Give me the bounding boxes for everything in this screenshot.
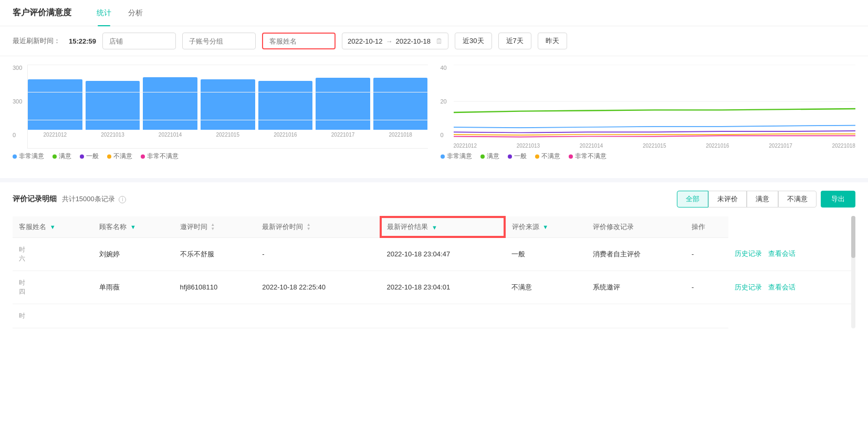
bar-y-max: 300 xyxy=(13,65,27,71)
td-customer-name-2: hfj86108110 xyxy=(174,271,256,304)
line-legend-dot-neutral xyxy=(508,154,512,159)
bar-label-1: 20221013 xyxy=(101,132,124,138)
action-history-2[interactable]: 历史记录 xyxy=(735,283,762,291)
th-invite-time-label: 邀评时间 xyxy=(180,223,207,231)
bar-label-6: 20221018 xyxy=(389,132,412,138)
quick-date-30-button[interactable]: 近30天 xyxy=(455,33,491,49)
export-button[interactable]: 导出 xyxy=(821,191,855,208)
bar-4 xyxy=(258,81,313,130)
bar-col-5: 20221017 xyxy=(316,78,370,138)
bar-col-2: 20221014 xyxy=(143,77,197,138)
line-legend-dot-unsatisfied xyxy=(535,154,539,159)
action-history-1[interactable]: 历史记录 xyxy=(735,250,762,257)
table-count: 共计15000条记录 xyxy=(62,195,115,203)
bar-label-5: 20221017 xyxy=(331,132,355,138)
calendar-icon: 🗓 xyxy=(436,37,443,45)
th-eval-result-filter-icon[interactable]: ▼ xyxy=(432,224,437,231)
line-legend-label-neutral: 一般 xyxy=(514,152,527,161)
th-invite-time: 邀评时间 ▲ ▼ xyxy=(174,216,256,237)
th-eval-source-label: 评价来源 xyxy=(512,223,539,231)
th-eval-time-sort-icon[interactable]: ▲ ▼ xyxy=(307,223,311,231)
th-eval-source: 评价来源 ▼ xyxy=(505,216,587,237)
table-title: 评价记录明细 xyxy=(13,194,57,203)
filter-satisfied-button[interactable]: 满意 xyxy=(747,191,778,208)
quick-date-7-button[interactable]: 近7天 xyxy=(498,33,531,49)
td-latest-eval-time-2: 2022-10-18 23:04:01 xyxy=(380,271,505,304)
bar-0 xyxy=(28,79,82,130)
bar-chart-wrapper: 300 300 0 20221012 xyxy=(13,65,428,149)
line-legend-neutral: 一般 xyxy=(508,152,527,161)
line-legend-label-unsatisfied: 不满意 xyxy=(541,152,560,161)
td-eval-source-2: 系统邀评 xyxy=(587,271,685,304)
legend-very-unsatisfied: 非常不满意 xyxy=(141,152,179,161)
agent-name-filter-input[interactable] xyxy=(262,33,336,49)
bar-col-3: 20221015 xyxy=(201,79,255,138)
date-range-picker[interactable]: 2022-10-12 → 2022-10-18 🗓 xyxy=(342,33,448,49)
sub-account-filter-input[interactable] xyxy=(182,33,256,49)
tab-analysis[interactable]: 分析 xyxy=(120,0,151,26)
line-legend-very-satisfied: 非常满意 xyxy=(441,152,472,161)
table-row: 时四 单雨薇 hfj86108110 2022-10-18 22:25:40 2… xyxy=(13,271,855,304)
legend-unsatisfied: 不满意 xyxy=(107,152,132,161)
td-latest-eval-result-2: 不满意 xyxy=(505,271,587,304)
th-customer-name-label: 顾客名称 xyxy=(99,223,127,231)
date-arrow: → xyxy=(386,37,393,45)
info-icon[interactable]: i xyxy=(119,196,126,203)
td-actions-1: 历史记录 查看会话 xyxy=(728,237,855,271)
page-title: 客户评价满意度 xyxy=(13,7,71,18)
td-sub-info-2: 时四 xyxy=(13,271,93,304)
action-chat-2[interactable]: 查看会话 xyxy=(768,283,796,291)
td-customer-name-1: 不乐不舒服 xyxy=(174,237,256,271)
scrollbar-track[interactable] xyxy=(851,216,855,328)
th-invite-sort-icon[interactable]: ▲ ▼ xyxy=(211,223,215,231)
td-agent-name-2: 单雨薇 xyxy=(93,271,173,304)
th-latest-eval-time-label: 最新评价时间 xyxy=(262,223,303,231)
td-sub-info-1: 时六 xyxy=(13,237,93,271)
filter-all-button[interactable]: 全部 xyxy=(677,191,708,208)
th-latest-eval-result: 最新评价结果 ▼ xyxy=(380,216,505,237)
line-y-20: 20 xyxy=(441,98,454,105)
bar-label-3: 20221015 xyxy=(216,132,239,138)
table-body: 时六 刘婉婷 不乐不舒服 - 2022-10-18 23:04:47 一般 消费… xyxy=(13,237,855,328)
legend-dot-neutral xyxy=(80,154,84,159)
bar-3 xyxy=(201,79,255,130)
table-header-row: 客服姓名 ▼ 顾客名称 ▼ 邀评时间 ▲ ▼ xyxy=(13,216,855,237)
legend-dot-very-satisfied xyxy=(13,154,17,159)
td-latest-eval-time-1: 2022-10-18 23:04:47 xyxy=(380,237,505,271)
td-eval-history-1: - xyxy=(685,237,728,271)
action-chat-1[interactable]: 查看会话 xyxy=(768,250,796,257)
store-filter-input[interactable] xyxy=(102,33,176,49)
table-head: 客服姓名 ▼ 顾客名称 ▼ 邀评时间 ▲ ▼ xyxy=(13,216,855,237)
bar-label-2: 20221014 xyxy=(159,132,182,138)
bar-2 xyxy=(143,77,197,130)
th-latest-eval-time: 最新评价时间 ▲ ▼ xyxy=(256,216,380,237)
line-legend-dot-satisfied xyxy=(480,154,485,159)
bar-y-0: 0 xyxy=(13,132,27,138)
bar-5 xyxy=(316,78,370,130)
line-chart-container: 40 20 0 xyxy=(441,65,856,170)
scrollbar-thumb[interactable] xyxy=(851,216,855,258)
quick-date-yesterday-button[interactable]: 昨天 xyxy=(538,33,567,49)
td-sub-info-3: 时 xyxy=(13,304,93,328)
th-customer-filter-icon[interactable]: ▼ xyxy=(130,224,136,230)
th-eval-source-filter-icon[interactable]: ▼ xyxy=(542,224,548,230)
table-row: 时 xyxy=(13,304,855,328)
bar-chart-legend: 非常满意 满意 一般 不满意 非常不满意 xyxy=(13,152,428,161)
bar-6 xyxy=(373,78,428,130)
legend-satisfied: 满意 xyxy=(53,152,71,161)
th-agent-filter-icon[interactable]: ▼ xyxy=(50,224,56,230)
date-start: 2022-10-12 xyxy=(348,37,383,45)
line-legend-label-very-satisfied: 非常满意 xyxy=(447,152,472,161)
refresh-label: 最近刷新时间： xyxy=(13,36,60,46)
legend-label-satisfied: 满意 xyxy=(59,152,71,161)
filter-unrated-button[interactable]: 未评价 xyxy=(708,191,747,208)
bar-label-4: 20221016 xyxy=(274,132,297,138)
tab-statistics[interactable]: 统计 xyxy=(88,0,120,26)
filter-unsatisfied-button[interactable]: 不满意 xyxy=(778,191,817,208)
legend-dot-satisfied xyxy=(53,154,57,159)
td-agent-name-1: 刘婉婷 xyxy=(93,237,173,271)
th-actions: 操作 xyxy=(685,216,728,237)
line-chart-svg xyxy=(454,65,856,138)
line-legend-label-satisfied: 满意 xyxy=(487,152,499,161)
td-actions-2: 历史记录 查看会话 xyxy=(728,271,855,304)
